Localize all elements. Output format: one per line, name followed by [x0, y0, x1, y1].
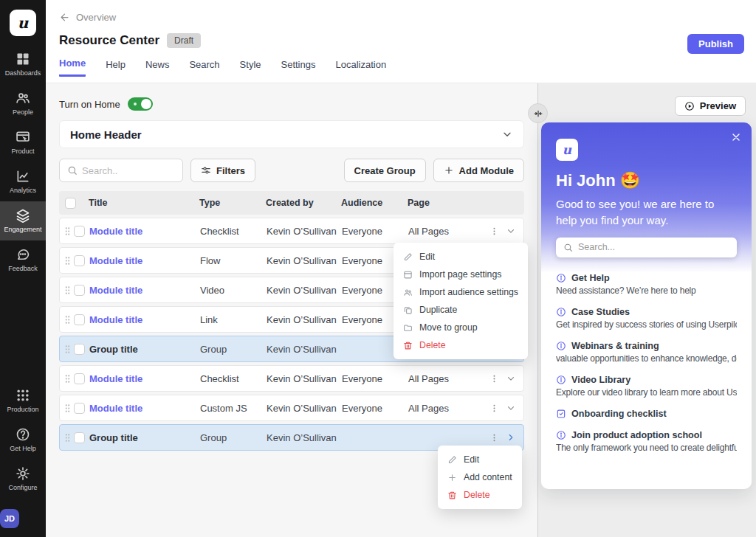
context-menu-item[interactable]: Delete: [394, 336, 528, 354]
pencil-icon: [403, 252, 413, 262]
info-icon: [556, 341, 566, 351]
row-menu-icon[interactable]: [489, 226, 499, 237]
user-avatar[interactable]: JD: [0, 509, 19, 528]
preview-button[interactable]: Preview: [675, 96, 746, 116]
sidebar-item[interactable]: People: [0, 84, 46, 123]
table-search[interactable]: [59, 159, 183, 182]
sidebar-nav: Dashboards People Product Analytics: [0, 45, 46, 280]
chevron-down-icon[interactable]: [506, 226, 516, 236]
sidebar-item[interactable]: Get Help: [0, 420, 46, 460]
search-input[interactable]: [82, 165, 175, 176]
resource-center-tab[interactable]: Search: [189, 58, 219, 77]
widget-list-item[interactable]: Onboarding checklist: [556, 409, 737, 419]
row-checkbox[interactable]: [74, 285, 85, 296]
publish-button[interactable]: Publish: [687, 34, 744, 54]
context-menu-item[interactable]: Add content: [438, 468, 522, 486]
table-row[interactable]: Module title Checklist Kevin O’Sullivan …: [59, 218, 524, 244]
breadcrumb[interactable]: Overview: [59, 12, 756, 23]
filters-button[interactable]: Filters: [190, 159, 255, 182]
section-selector[interactable]: Home Header: [59, 120, 524, 148]
widget-list-item[interactable]: Video Library Explore our video library …: [556, 375, 737, 398]
row-checkbox[interactable]: [74, 403, 85, 414]
resource-center-widget: u Hi John 🤩 Good to see you! we are here…: [541, 122, 752, 489]
drag-handle-icon[interactable]: [63, 373, 72, 385]
sidebar-item-label: Product: [11, 148, 34, 155]
row-title-link[interactable]: Module title: [89, 226, 200, 237]
row-checkbox[interactable]: [74, 432, 85, 443]
drag-handle-icon[interactable]: [63, 225, 72, 238]
resource-center-tab[interactable]: Localization: [335, 58, 386, 77]
context-menu-item[interactable]: Duplicate: [394, 301, 528, 319]
sidebar-item[interactable]: Feedback: [0, 240, 46, 280]
context-menu-item[interactable]: Move to group: [394, 319, 528, 336]
widget-search[interactable]: [556, 238, 737, 257]
widget-list-item[interactable]: Get Help Need assistance? We’re here to …: [556, 273, 737, 296]
resource-center-tab[interactable]: Home: [59, 58, 86, 77]
context-menu-item[interactable]: Edit: [438, 451, 522, 468]
workspace: Turn on Home Home Header Filters: [46, 83, 756, 537]
sidebar-item[interactable]: Analytics: [0, 162, 46, 201]
row-type: Checklist: [200, 373, 267, 384]
widget-list-item[interactable]: Webinars & training valuable opportuniti…: [556, 341, 737, 364]
widget-greeting: Hi John 🤩: [556, 171, 737, 190]
add-module-button[interactable]: Add Module: [433, 159, 524, 182]
row-title-link[interactable]: Group title: [89, 344, 200, 355]
column-page: Page: [408, 198, 484, 208]
table-row[interactable]: Module title Custom JS Kevin O’Sullivan …: [59, 395, 524, 421]
info-icon: [556, 273, 566, 283]
drag-handle-icon[interactable]: [63, 254, 72, 267]
row-created-by: Kevin O’Sullivan: [267, 373, 342, 384]
row-title-link[interactable]: Module title: [89, 373, 200, 384]
row-title-link[interactable]: Module title: [89, 314, 200, 325]
chevron-down-icon[interactable]: [506, 373, 516, 384]
table-controls: Filters Create Group Add Module: [59, 159, 524, 182]
sidebar-item[interactable]: Production: [0, 381, 46, 420]
row-checkbox[interactable]: [74, 373, 85, 384]
row-checkbox[interactable]: [74, 226, 85, 237]
drag-handle-icon[interactable]: [63, 313, 72, 326]
create-group-button[interactable]: Create Group: [344, 159, 426, 182]
context-menu-item[interactable]: Delete: [438, 486, 522, 504]
chevron-down-icon[interactable]: [506, 403, 516, 413]
resource-center-tab[interactable]: News: [145, 58, 170, 77]
close-icon[interactable]: [730, 131, 742, 143]
panel-resize-handle[interactable]: [528, 103, 548, 123]
widget-list-item[interactable]: Join product adoption school The only fr…: [556, 430, 737, 453]
row-title-link[interactable]: Module title: [89, 285, 200, 296]
resource-center-tab[interactable]: Style: [240, 58, 261, 77]
row-audience: Everyone: [342, 403, 408, 414]
widget-list-item[interactable]: Case Studies Get inspired by success sto…: [556, 307, 737, 330]
row-title-link[interactable]: Module title: [89, 403, 200, 414]
row-title-link[interactable]: Group title: [89, 432, 200, 443]
widget-logo: u: [556, 139, 578, 161]
home-on-toggle[interactable]: [128, 97, 153, 111]
row-menu-icon[interactable]: [489, 432, 499, 443]
row-checkbox[interactable]: [74, 344, 85, 355]
context-menu-item[interactable]: Edit: [394, 248, 528, 266]
resource-center-tab[interactable]: Settings: [281, 58, 316, 77]
drag-handle-icon[interactable]: [63, 402, 72, 415]
row-menu-icon[interactable]: [489, 403, 499, 414]
drag-handle-icon[interactable]: [63, 284, 72, 297]
table-row[interactable]: Module title Checklist Kevin O’Sullivan …: [59, 365, 524, 392]
sidebar-item[interactable]: Dashboards: [0, 45, 46, 84]
breadcrumb-label[interactable]: Overview: [76, 12, 116, 23]
back-arrow-icon[interactable]: [59, 12, 70, 23]
app-logo[interactable]: u: [10, 10, 36, 36]
row-menu-icon[interactable]: [489, 373, 499, 384]
context-menu-item[interactable]: Import page settings: [394, 266, 528, 283]
sidebar-item[interactable]: Product: [0, 123, 46, 162]
row-title-link[interactable]: Module title: [89, 255, 200, 266]
drag-handle-icon[interactable]: [63, 432, 72, 444]
chevron-right-icon[interactable]: [506, 432, 516, 443]
drag-handle-icon[interactable]: [63, 343, 72, 356]
sidebar: u Dashboards People Product: [0, 0, 46, 537]
sidebar-item[interactable]: Engagement: [0, 201, 46, 240]
row-checkbox[interactable]: [74, 314, 85, 325]
widget-search-input[interactable]: [578, 242, 729, 252]
select-all-checkbox[interactable]: [65, 198, 76, 209]
context-menu-item[interactable]: Import audience settings: [394, 283, 528, 301]
row-checkbox[interactable]: [74, 255, 85, 266]
sidebar-item[interactable]: Configure: [0, 460, 46, 499]
resource-center-tab[interactable]: Help: [106, 58, 126, 77]
